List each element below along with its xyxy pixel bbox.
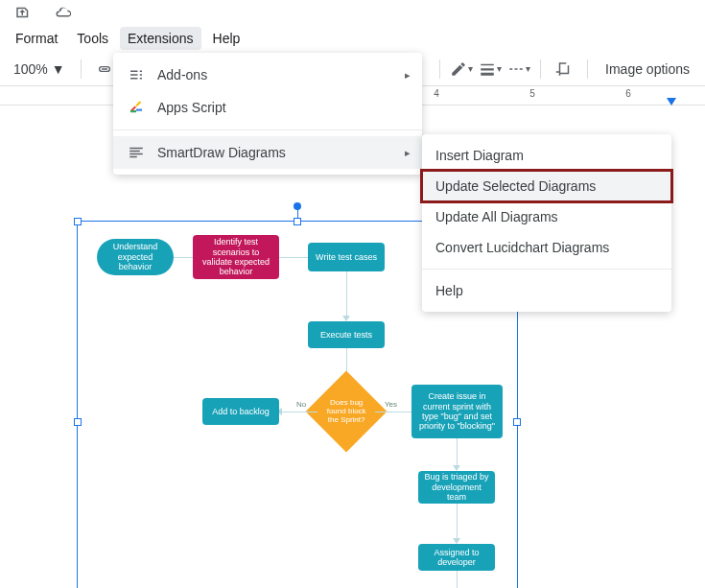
menu-item-smartdraw[interactable]: SmartDraw Diagrams ▸	[113, 136, 422, 169]
ruler-number: 5	[529, 88, 535, 99]
menu-item-label: SmartDraw Diagrams	[157, 145, 286, 160]
submenu-update-selected[interactable]: Update Selected Diagrams	[422, 171, 671, 201]
chevron-down-icon: ▾	[468, 63, 473, 74]
apps-script-icon	[127, 99, 146, 116]
rotate-handle[interactable]	[294, 202, 301, 210]
ruler-number: 6	[625, 88, 631, 99]
chevron-down-icon: ▾	[526, 63, 530, 74]
resize-handle[interactable]	[74, 418, 82, 426]
menu-item-label: Convert Lucidchart Diagrams	[435, 240, 609, 255]
chevron-right-icon: ▸	[405, 69, 411, 82]
submenu-help[interactable]: Help	[422, 275, 671, 306]
menu-help[interactable]: Help	[205, 27, 248, 50]
flow-node-create-issue: Create issue in current sprint with type…	[411, 385, 503, 438]
menu-tools[interactable]: Tools	[69, 27, 116, 50]
flow-node-write: Write test cases	[308, 243, 385, 271]
cloud-saved-icon[interactable]	[50, 0, 77, 26]
ruler-indent-marker[interactable]	[667, 98, 676, 106]
extensions-menu: Add-ons ▸ Apps Script SmartDraw Diagrams…	[113, 53, 422, 175]
resize-handle[interactable]	[294, 218, 301, 225]
menu-item-label: Add-ons	[157, 67, 207, 82]
chevron-right-icon: ▸	[405, 147, 411, 159]
flow-label-no: No	[296, 400, 306, 409]
flow-node-triaged: Bug is triaged by development team	[418, 471, 495, 504]
resize-handle[interactable]	[74, 218, 82, 225]
menu-item-label: Update Selected Diagrams	[435, 178, 596, 194]
zoom-select[interactable]: 100% ▼	[8, 59, 71, 79]
border-color-button[interactable]: ▾	[450, 60, 473, 78]
border-weight-button[interactable]: ▾	[479, 60, 502, 78]
smartdraw-icon	[127, 144, 146, 161]
menu-item-label: Help	[435, 283, 463, 298]
chevron-down-icon: ▼	[52, 61, 65, 77]
flow-node-understand: Understand expected behavior	[97, 239, 174, 275]
zoom-value: 100%	[13, 61, 48, 77]
smartdraw-submenu: Insert Diagram Update Selected Diagrams …	[422, 134, 671, 312]
chevron-down-icon: ▾	[497, 63, 502, 74]
resize-handle[interactable]	[513, 418, 521, 426]
image-options-button[interactable]: Image options	[598, 61, 697, 77]
menu-format[interactable]: Format	[8, 27, 65, 50]
flow-label-yes: Yes	[385, 400, 397, 409]
addons-icon	[127, 66, 146, 83]
share-icon[interactable]	[10, 0, 36, 26]
border-dash-button[interactable]: ▾	[507, 60, 530, 78]
menubar: Format Tools Extensions Help	[0, 25, 705, 52]
menu-item-apps-script[interactable]: Apps Script	[113, 91, 422, 124]
flow-node-identify: Identify test scenarios to validate expe…	[193, 235, 279, 279]
flow-node-backlog: Add to backlog	[202, 398, 279, 425]
menu-item-addons[interactable]: Add-ons ▸	[113, 59, 422, 91]
crop-button[interactable]	[551, 56, 577, 82]
submenu-update-all[interactable]: Update All Diagrams	[422, 201, 671, 232]
flow-node-execute: Execute tests	[308, 321, 385, 348]
menu-item-label: Insert Diagram	[435, 148, 524, 163]
menu-extensions[interactable]: Extensions	[120, 27, 200, 50]
menu-item-label: Update All Diagrams	[435, 209, 558, 224]
menu-item-label: Apps Script	[157, 100, 226, 115]
submenu-convert-lucidchart[interactable]: Convert Lucidchart Diagrams	[422, 232, 671, 263]
submenu-insert-diagram[interactable]: Insert Diagram	[422, 140, 671, 171]
ruler-number: 4	[434, 88, 439, 99]
flow-node-assigned: Assigned to developer	[418, 544, 495, 571]
